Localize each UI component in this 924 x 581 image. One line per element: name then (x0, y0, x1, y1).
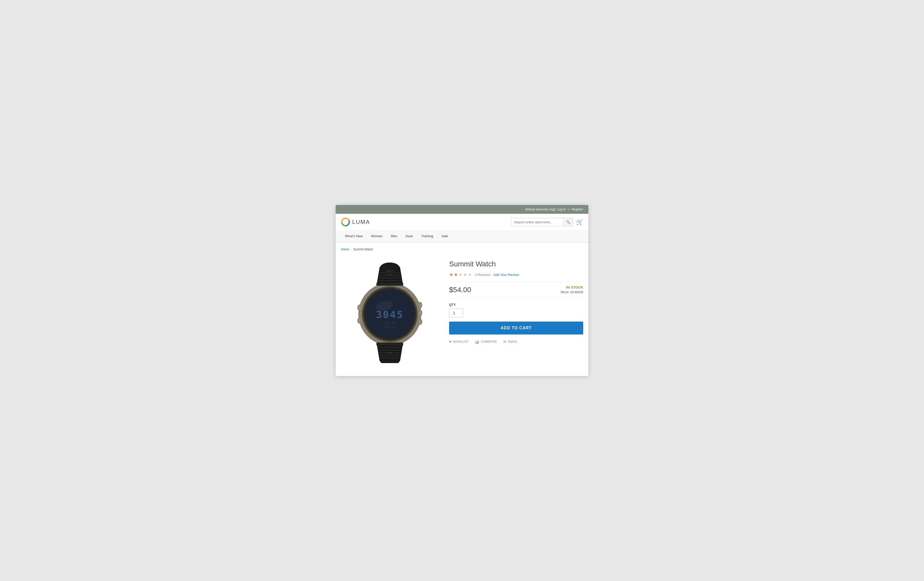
stars: ★ ★ ★ ★ ★ (449, 272, 472, 277)
nav-item-sale[interactable]: Sale (437, 231, 452, 242)
star-2: ★ (454, 272, 458, 277)
email-icon: ✉ (503, 340, 507, 344)
svg-point-20 (419, 320, 422, 324)
nav-item-women[interactable]: Women (367, 231, 387, 242)
register-link[interactable]: Register (572, 208, 583, 211)
page-content: Home › Summit Watch (336, 243, 588, 376)
stock-sku: IN STOCK SKU#: 24-MG03 (561, 286, 583, 294)
quantity-input[interactable] (449, 309, 463, 317)
stock-status: IN STOCK (561, 286, 583, 289)
heart-icon: ♥ (449, 340, 451, 344)
star-4: ★ (463, 272, 467, 277)
product-price: $54.00 (449, 286, 471, 294)
browser-window: Default welcome msg! Log In or Register … (336, 205, 588, 376)
nav-item-whats-new[interactable]: What's New (341, 231, 367, 242)
star-5: ★ (468, 272, 472, 277)
svg-text:SAT 14: SAT 14 (384, 321, 395, 325)
wishlist-label: WISHLIST (453, 340, 469, 343)
email-link[interactable]: ✉ EMAIL (503, 340, 518, 344)
product-image-area: 3045 SAT 14 (341, 257, 439, 366)
add-review-link[interactable]: Add Your Review (493, 273, 519, 277)
svg-rect-5 (386, 270, 393, 272)
search-button[interactable]: 🔍 (563, 218, 573, 226)
cart-icon[interactable]: 🛒 (576, 219, 583, 225)
header-right: 🔍 🛒 (511, 218, 583, 226)
search-box: 🔍 (511, 218, 573, 226)
sku-value: 24-MG03 (570, 290, 583, 294)
logo-text: LUMA (352, 219, 370, 225)
star-3: ★ (459, 272, 462, 277)
separator: or (568, 208, 570, 211)
breadcrumb-chevron: › (351, 248, 351, 251)
login-link[interactable]: Log In (557, 208, 566, 211)
compare-label: COMPARE (481, 340, 497, 343)
qty-label: Qty (449, 303, 583, 307)
top-bar: Default welcome msg! Log In or Register (336, 205, 588, 214)
breadcrumb-current: Summit Watch (353, 248, 373, 251)
svg-point-24 (358, 318, 361, 323)
sku-label: SKU#: (561, 290, 569, 294)
nav-item-men[interactable]: Men (387, 231, 401, 242)
rating-row: ★ ★ ★ ★ ★ 3 Reviews Add Your Review (449, 272, 583, 277)
nav-item-training[interactable]: Training (417, 231, 437, 242)
svg-point-18 (419, 310, 422, 315)
action-links: ♥ WISHLIST 📊 COMPARE ✉ EMAIL (449, 340, 583, 344)
svg-rect-30 (376, 283, 403, 286)
product-title: Summit Watch (449, 260, 583, 268)
svg-point-16 (419, 303, 422, 307)
breadcrumb-home[interactable]: Home (341, 248, 349, 251)
add-to-cart-button[interactable]: Add to Cart (449, 322, 583, 335)
search-icon: 🔍 (566, 220, 570, 224)
star-1: ★ (449, 272, 453, 277)
product-layout: 3045 SAT 14 (341, 257, 583, 366)
email-label: EMAIL (508, 340, 518, 343)
svg-rect-14 (384, 327, 396, 327)
svg-text:3045: 3045 (376, 309, 404, 320)
product-info: Summit Watch ★ ★ ★ ★ ★ 3 Reviews Add You… (449, 257, 583, 344)
watch-illustration: 3045 SAT 14 (346, 260, 434, 363)
welcome-message: Default welcome msg! (525, 208, 556, 211)
logo-icon (341, 217, 350, 227)
compare-icon: 📊 (475, 340, 479, 344)
wishlist-link[interactable]: ♥ WISHLIST (449, 340, 469, 344)
product-image: 3045 SAT 14 (341, 257, 439, 366)
nav-item-gear[interactable]: Gear (401, 231, 417, 242)
breadcrumb: Home › Summit Watch (341, 248, 583, 251)
compare-link[interactable]: 📊 COMPARE (475, 340, 497, 344)
svg-rect-6 (386, 274, 393, 276)
search-input[interactable] (512, 218, 563, 226)
reviews-link[interactable]: 3 Reviews (475, 273, 490, 277)
nav: What's New Women Men Gear Training Sale (336, 231, 588, 243)
header: LUMA 🔍 🛒 (336, 214, 588, 231)
svg-rect-31 (376, 342, 403, 345)
sku: SKU#: 24-MG03 (561, 290, 583, 294)
svg-rect-32 (387, 352, 392, 353)
svg-point-22 (358, 305, 361, 310)
logo[interactable]: LUMA (341, 217, 370, 227)
price-stock-row: $54.00 IN STOCK SKU#: 24-MG03 (449, 282, 583, 298)
